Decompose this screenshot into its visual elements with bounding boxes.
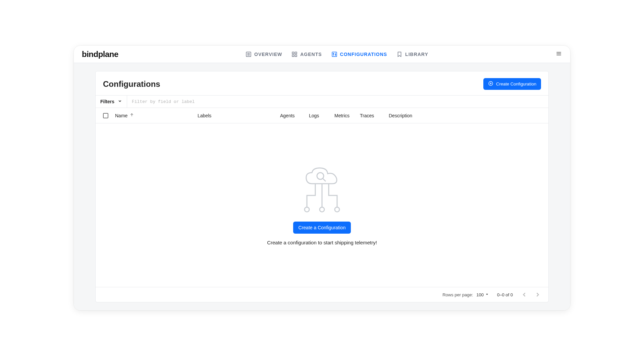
content-area: Configurations Create Configuration Filt… [74, 63, 570, 310]
svg-rect-7 [295, 55, 297, 56]
svg-line-21 [323, 179, 326, 181]
nav-configurations[interactable]: CONFIGURATIONS [331, 51, 387, 57]
page-title: Configurations [103, 79, 160, 89]
library-icon [396, 51, 402, 57]
select-all-checkbox[interactable] [103, 113, 108, 118]
create-configuration-button[interactable]: Create Configuration [483, 78, 541, 90]
column-traces[interactable]: Traces [360, 113, 383, 118]
nav-agents[interactable]: AGENTS [291, 51, 322, 57]
filter-input[interactable] [127, 96, 548, 108]
card-header: Configurations Create Configuration [96, 71, 548, 95]
page-range: 0–0 of 0 [497, 292, 513, 297]
nav-library-label: LIBRARY [405, 52, 428, 57]
empty-state-message: Create a configuration to start shipping… [267, 240, 377, 245]
main-nav: OVERVIEW AGENTS CONFIGURATIONS LIBRARY [246, 51, 428, 57]
svg-rect-5 [295, 52, 297, 54]
rows-per-page-select[interactable]: 100 [476, 292, 489, 297]
chevron-down-icon [118, 99, 122, 104]
column-agents[interactable]: Agents [280, 113, 304, 118]
column-metrics[interactable]: Metrics [334, 113, 355, 118]
create-configuration-label: Create Configuration [496, 81, 536, 86]
pagination: Rows per page: 100 0–0 of 0 [96, 287, 548, 302]
rows-per-page-value: 100 [476, 292, 484, 297]
select-all-checkbox-col [103, 113, 110, 118]
overview-icon [246, 51, 252, 57]
svg-rect-8 [332, 52, 337, 57]
topbar: bindplane OVERVIEW AGENTS CONFIGURATIONS [74, 46, 570, 63]
table-header: Name Labels Agents Logs Metrics Traces D… [96, 108, 548, 123]
filter-row: Filters [96, 95, 548, 108]
nav-overview[interactable]: OVERVIEW [246, 51, 282, 57]
nav-overview-label: OVERVIEW [254, 52, 282, 57]
svg-point-20 [317, 173, 324, 179]
empty-cloud-icon [300, 165, 344, 216]
rows-per-page: Rows per page: 100 [442, 292, 489, 297]
svg-rect-6 [292, 55, 294, 56]
sort-ascending-icon [129, 113, 134, 118]
svg-point-12 [335, 54, 335, 55]
rows-per-page-label: Rows per page: [442, 292, 473, 297]
configurations-icon [331, 51, 337, 57]
svg-point-11 [333, 53, 333, 54]
filters-button-label: Filters [100, 99, 114, 104]
column-labels[interactable]: Labels [198, 113, 275, 118]
nav-configurations-label: CONFIGURATIONS [340, 52, 387, 57]
create-configuration-empty-button[interactable]: Create a Configuration [293, 222, 351, 234]
plus-circle-icon [488, 81, 493, 87]
column-name[interactable]: Name [115, 113, 192, 118]
svg-point-25 [335, 207, 339, 212]
next-page-button[interactable] [534, 291, 541, 298]
svg-marker-26 [486, 294, 488, 295]
column-logs[interactable]: Logs [309, 113, 329, 118]
svg-point-23 [305, 207, 309, 212]
logo[interactable]: bindplane [82, 50, 118, 59]
configurations-card: Configurations Create Configuration Filt… [95, 71, 549, 302]
empty-state: Create a Configuration Create a configur… [96, 123, 548, 287]
nav-library[interactable]: LIBRARY [396, 51, 428, 57]
svg-rect-4 [292, 52, 294, 54]
page-nav [521, 291, 541, 298]
nav-agents-label: AGENTS [300, 52, 322, 57]
prev-page-button[interactable] [521, 291, 528, 298]
svg-point-24 [320, 207, 324, 212]
column-name-label: Name [115, 113, 127, 118]
agents-icon [291, 51, 298, 57]
hamburger-menu-icon[interactable] [555, 50, 562, 58]
caret-down-icon [485, 292, 489, 297]
filters-button[interactable]: Filters [96, 96, 127, 108]
column-description[interactable]: Description [389, 113, 541, 118]
app-window: bindplane OVERVIEW AGENTS CONFIGURATIONS [74, 46, 570, 310]
